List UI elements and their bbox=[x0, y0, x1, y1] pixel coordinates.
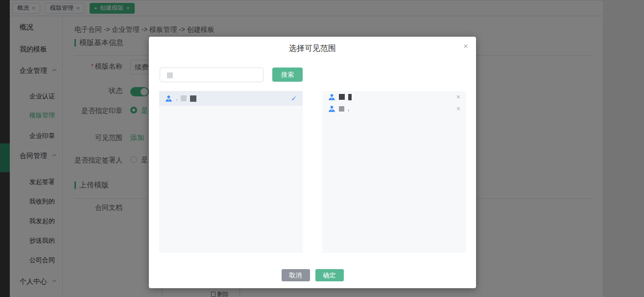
user-icon bbox=[328, 105, 335, 113]
member-search-input[interactable] bbox=[160, 68, 263, 82]
user-icon bbox=[328, 93, 335, 101]
member-text: , bbox=[348, 105, 349, 112]
dialog-title: 选择可见范围 bbox=[149, 44, 476, 54]
available-members-panel: .✓ bbox=[159, 91, 303, 253]
remove-member-icon[interactable]: × bbox=[456, 105, 460, 113]
check-icon: ✓ bbox=[291, 94, 297, 102]
member-row[interactable]: ,× bbox=[322, 103, 466, 114]
redacted-text-block bbox=[339, 106, 344, 112]
member-row[interactable]: × bbox=[322, 91, 466, 103]
page: 概况 × 模版管理 × ● 创建模版 × 概况 我的模板 企业管理 企业认证 模… bbox=[0, 0, 644, 297]
search-button[interactable]: 搜索 bbox=[272, 68, 303, 82]
redacted-text-block bbox=[190, 95, 196, 102]
dialog-footer: 取消 确定 bbox=[149, 269, 476, 281]
cancel-button[interactable]: 取消 bbox=[282, 269, 310, 281]
dialog-close-icon[interactable]: × bbox=[463, 42, 468, 50]
user-icon bbox=[165, 95, 172, 102]
redacted-text-block bbox=[348, 94, 352, 100]
redacted-text-block bbox=[181, 95, 187, 101]
redacted-text-block bbox=[339, 94, 345, 100]
confirm-button[interactable]: 确定 bbox=[315, 269, 344, 281]
member-text: . bbox=[176, 95, 177, 102]
redacted-search-text bbox=[167, 72, 173, 78]
selected-members-panel: ×,× bbox=[322, 91, 466, 253]
remove-member-icon[interactable]: × bbox=[456, 93, 460, 101]
select-scope-dialog: 选择可见范围 × 搜索 .✓ ×,× 取消 确定 bbox=[149, 37, 476, 288]
member-row[interactable]: .✓ bbox=[159, 91, 303, 106]
